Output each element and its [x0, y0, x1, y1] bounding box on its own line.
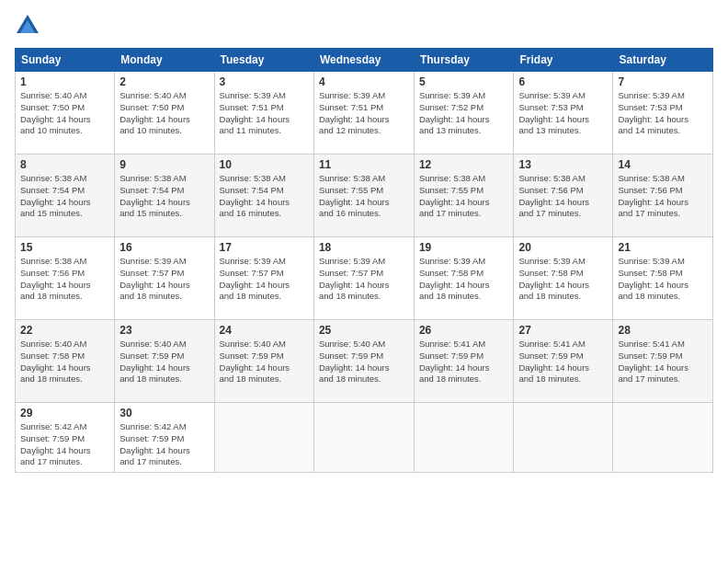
calendar-header-tuesday: Tuesday [214, 49, 313, 72]
day-number: 19 [419, 241, 509, 254]
calendar-cell: 6Sunrise: 5:39 AM Sunset: 7:53 PM Daylig… [514, 72, 613, 155]
calendar-cell: 23Sunrise: 5:40 AM Sunset: 7:59 PM Dayli… [115, 320, 214, 403]
day-info: Sunrise: 5:38 AM Sunset: 7:54 PM Dayligh… [220, 173, 309, 220]
day-number: 26 [419, 324, 509, 337]
calendar-week-row: 15Sunrise: 5:38 AM Sunset: 7:56 PM Dayli… [16, 237, 713, 320]
day-number: 5 [419, 75, 509, 88]
day-info: Sunrise: 5:38 AM Sunset: 7:54 PM Dayligh… [20, 173, 109, 220]
calendar-cell: 21Sunrise: 5:39 AM Sunset: 7:58 PM Dayli… [613, 237, 713, 320]
calendar-cell: 22Sunrise: 5:40 AM Sunset: 7:58 PM Dayli… [16, 320, 115, 403]
day-info: Sunrise: 5:39 AM Sunset: 7:53 PM Dayligh… [518, 90, 608, 137]
calendar-cell: 20Sunrise: 5:39 AM Sunset: 7:58 PM Dayli… [514, 237, 613, 320]
day-number: 21 [618, 241, 708, 254]
calendar-week-row: 8Sunrise: 5:38 AM Sunset: 7:54 PM Daylig… [16, 155, 713, 237]
calendar-cell [214, 403, 313, 473]
day-info: Sunrise: 5:38 AM Sunset: 7:56 PM Dayligh… [618, 173, 708, 220]
calendar-cell [514, 403, 613, 473]
day-info: Sunrise: 5:39 AM Sunset: 7:57 PM Dayligh… [319, 256, 409, 303]
day-number: 30 [119, 407, 209, 419]
day-number: 22 [20, 324, 109, 337]
calendar-cell: 27Sunrise: 5:41 AM Sunset: 7:59 PM Dayli… [514, 320, 613, 403]
calendar-cell: 29Sunrise: 5:42 AM Sunset: 7:59 PM Dayli… [16, 403, 115, 473]
day-info: Sunrise: 5:42 AM Sunset: 7:59 PM Dayligh… [20, 421, 109, 468]
day-info: Sunrise: 5:39 AM Sunset: 7:58 PM Dayligh… [518, 256, 608, 303]
day-info: Sunrise: 5:40 AM Sunset: 7:50 PM Dayligh… [119, 90, 209, 137]
day-number: 9 [119, 158, 209, 171]
day-info: Sunrise: 5:38 AM Sunset: 7:55 PM Dayligh… [319, 173, 409, 220]
day-number: 3 [220, 75, 309, 88]
calendar-week-row: 22Sunrise: 5:40 AM Sunset: 7:58 PM Dayli… [16, 320, 713, 403]
day-info: Sunrise: 5:39 AM Sunset: 7:58 PM Dayligh… [419, 256, 509, 303]
calendar-cell: 9Sunrise: 5:38 AM Sunset: 7:54 PM Daylig… [115, 155, 214, 237]
calendar-cell: 2Sunrise: 5:40 AM Sunset: 7:50 PM Daylig… [115, 72, 214, 155]
calendar-cell: 12Sunrise: 5:38 AM Sunset: 7:55 PM Dayli… [414, 155, 514, 237]
day-number: 8 [20, 158, 109, 171]
calendar-header-friday: Friday [514, 49, 613, 72]
calendar-cell: 14Sunrise: 5:38 AM Sunset: 7:56 PM Dayli… [613, 155, 713, 237]
day-info: Sunrise: 5:38 AM Sunset: 7:56 PM Dayligh… [518, 173, 608, 220]
logo [15, 13, 44, 39]
calendar-cell [613, 403, 713, 473]
day-info: Sunrise: 5:39 AM Sunset: 7:58 PM Dayligh… [618, 256, 708, 303]
calendar-cell: 4Sunrise: 5:39 AM Sunset: 7:51 PM Daylig… [313, 72, 414, 155]
calendar-cell: 28Sunrise: 5:41 AM Sunset: 7:59 PM Dayli… [613, 320, 713, 403]
calendar-cell: 11Sunrise: 5:38 AM Sunset: 7:55 PM Dayli… [313, 155, 414, 237]
day-info: Sunrise: 5:40 AM Sunset: 7:50 PM Dayligh… [20, 90, 109, 137]
day-number: 12 [419, 158, 509, 171]
day-number: 23 [119, 324, 209, 337]
day-number: 25 [319, 324, 409, 337]
calendar-cell: 8Sunrise: 5:38 AM Sunset: 7:54 PM Daylig… [16, 155, 115, 237]
day-info: Sunrise: 5:39 AM Sunset: 7:51 PM Dayligh… [319, 90, 409, 137]
calendar-cell: 16Sunrise: 5:39 AM Sunset: 7:57 PM Dayli… [115, 237, 214, 320]
day-number: 15 [20, 241, 109, 254]
calendar-header-monday: Monday [115, 49, 214, 72]
calendar-week-row: 1Sunrise: 5:40 AM Sunset: 7:50 PM Daylig… [16, 72, 713, 155]
calendar-header-sunday: Sunday [16, 49, 115, 72]
day-info: Sunrise: 5:40 AM Sunset: 7:58 PM Dayligh… [20, 339, 109, 385]
calendar-cell: 13Sunrise: 5:38 AM Sunset: 7:56 PM Dayli… [514, 155, 613, 237]
calendar-cell: 7Sunrise: 5:39 AM Sunset: 7:53 PM Daylig… [613, 72, 713, 155]
day-number: 24 [220, 324, 309, 337]
day-number: 29 [20, 407, 109, 419]
day-info: Sunrise: 5:40 AM Sunset: 7:59 PM Dayligh… [119, 339, 209, 385]
day-info: Sunrise: 5:39 AM Sunset: 7:52 PM Dayligh… [419, 90, 509, 137]
logo-icon [15, 13, 40, 39]
day-number: 14 [618, 158, 708, 171]
page: SundayMondayTuesdayWednesdayThursdayFrid… [0, 0, 728, 563]
calendar-cell: 18Sunrise: 5:39 AM Sunset: 7:57 PM Dayli… [313, 237, 414, 320]
calendar-cell: 30Sunrise: 5:42 AM Sunset: 7:59 PM Dayli… [115, 403, 214, 473]
calendar-header-wednesday: Wednesday [313, 49, 414, 72]
day-info: Sunrise: 5:41 AM Sunset: 7:59 PM Dayligh… [618, 339, 708, 385]
day-info: Sunrise: 5:39 AM Sunset: 7:53 PM Dayligh… [618, 90, 708, 137]
calendar-cell: 25Sunrise: 5:40 AM Sunset: 7:59 PM Dayli… [313, 320, 414, 403]
day-number: 6 [518, 75, 608, 88]
calendar-cell: 5Sunrise: 5:39 AM Sunset: 7:52 PM Daylig… [414, 72, 514, 155]
calendar-cell [313, 403, 414, 473]
calendar-table: SundayMondayTuesdayWednesdayThursdayFrid… [15, 48, 713, 473]
day-number: 16 [119, 241, 209, 254]
calendar-cell: 10Sunrise: 5:38 AM Sunset: 7:54 PM Dayli… [214, 155, 313, 237]
calendar-cell: 15Sunrise: 5:38 AM Sunset: 7:56 PM Dayli… [16, 237, 115, 320]
calendar-cell [414, 403, 514, 473]
day-number: 2 [119, 75, 209, 88]
calendar-cell: 17Sunrise: 5:39 AM Sunset: 7:57 PM Dayli… [214, 237, 313, 320]
day-info: Sunrise: 5:40 AM Sunset: 7:59 PM Dayligh… [319, 339, 409, 385]
header [15, 13, 713, 39]
calendar-cell: 3Sunrise: 5:39 AM Sunset: 7:51 PM Daylig… [214, 72, 313, 155]
day-info: Sunrise: 5:38 AM Sunset: 7:55 PM Dayligh… [419, 173, 509, 220]
day-info: Sunrise: 5:41 AM Sunset: 7:59 PM Dayligh… [419, 339, 509, 385]
day-number: 17 [220, 241, 309, 254]
calendar-cell: 19Sunrise: 5:39 AM Sunset: 7:58 PM Dayli… [414, 237, 514, 320]
calendar-cell: 1Sunrise: 5:40 AM Sunset: 7:50 PM Daylig… [16, 72, 115, 155]
calendar-week-row: 29Sunrise: 5:42 AM Sunset: 7:59 PM Dayli… [16, 403, 713, 473]
day-number: 11 [319, 158, 409, 171]
day-number: 18 [319, 241, 409, 254]
day-info: Sunrise: 5:39 AM Sunset: 7:57 PM Dayligh… [119, 256, 209, 303]
day-number: 10 [220, 158, 309, 171]
day-info: Sunrise: 5:40 AM Sunset: 7:59 PM Dayligh… [220, 339, 309, 385]
day-number: 28 [618, 324, 708, 337]
day-info: Sunrise: 5:42 AM Sunset: 7:59 PM Dayligh… [119, 421, 209, 468]
day-info: Sunrise: 5:38 AM Sunset: 7:56 PM Dayligh… [20, 256, 109, 303]
day-number: 13 [518, 158, 608, 171]
day-info: Sunrise: 5:38 AM Sunset: 7:54 PM Dayligh… [119, 173, 209, 220]
